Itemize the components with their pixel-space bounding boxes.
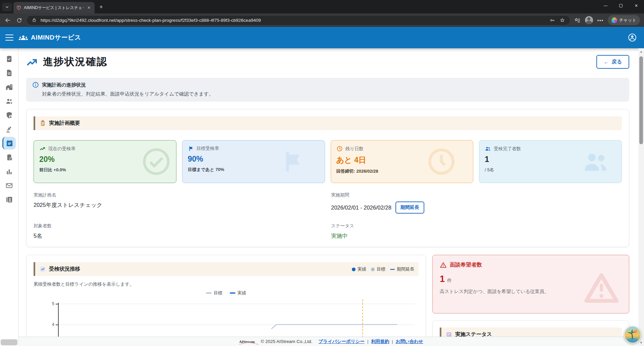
main-content: 進捗状況確認 ← 戻る 実施計画の進捗状況: [18, 48, 644, 346]
flag-icon: [188, 146, 194, 152]
info-alert: 実施計画の進捗状況 対象者の受検状況、判定結果、面談申込状況をリアルタイムで確認…: [26, 78, 629, 102]
sidebar-item-event-note-active[interactable]: [2, 137, 16, 150]
palm-island-sticker[interactable]: [624, 326, 641, 343]
browser-window: AIMINDサービス | ストレスチェック×デジ ✕ + ✕ https://d…: [0, 0, 644, 346]
copilot-chat-button[interactable]: チャット: [608, 15, 640, 25]
sidebar-item-clipboard-clock[interactable]: [2, 151, 16, 164]
extend-period-button[interactable]: 期間延長: [395, 201, 424, 214]
field-target-count: 対象者数 5名: [34, 223, 331, 240]
back-button[interactable]: [3, 16, 12, 24]
info-description: 対象者の受検状況、判定結果、面談申込状況をリアルタイムで確認できます。: [42, 91, 623, 97]
clock-icon: [336, 146, 343, 152]
status-value: 実施中: [331, 232, 622, 240]
address-bar[interactable]: https://d2dgq79kri2492.cloudfront.net/ap…: [26, 15, 571, 25]
chart-icon: [40, 266, 46, 272]
people-icon: [485, 146, 491, 152]
clipboard-icon: [40, 120, 46, 126]
section-title: 実施計画概要: [49, 120, 80, 127]
stat-current-rate: 現在の受検率 20% 前日比 +0.0%: [34, 140, 176, 183]
sidebar-scroll-thumb[interactable]: [1, 339, 17, 345]
aistream-logo: AIStream: [239, 340, 255, 344]
chart-subtitle: 累積受検者数と目標ラインの推移を表示します。: [34, 281, 419, 287]
back-arrow-icon: ←: [604, 59, 609, 65]
page-scrollbar[interactable]: ▲ ▼: [638, 48, 644, 346]
field-status: ステータス 実施中: [331, 223, 622, 240]
browser-titlebar: AIMINDサービス | ストレスチェック×デジ ✕ + ✕: [0, 0, 644, 13]
window-minimize-button[interactable]: [598, 0, 613, 11]
plan-overview-header: 実施計画概要: [34, 116, 622, 130]
scroll-up-icon[interactable]: ▲: [639, 50, 643, 53]
page-footer: AIStream © 2025 AIStream Co.,Ltd. プライバシー…: [18, 337, 644, 346]
tab-close-icon[interactable]: ✕: [86, 5, 92, 11]
new-tab-button[interactable]: +: [99, 4, 103, 10]
stat-days-left: 残り日数 あと 4日 回答締切: 2026/02/28: [331, 140, 474, 183]
info-title: 実施計画の進捗状況: [42, 82, 86, 88]
scroll-down-icon[interactable]: ▼: [639, 341, 643, 344]
exam-progress-chart-card: 受検状況推移 実績 目標 期間延長 累積受検者数と目標ラインの推移を表示します。: [26, 255, 426, 346]
window-close-button[interactable]: ✕: [629, 0, 644, 11]
sidebar-item-people[interactable]: [2, 95, 16, 107]
sidebar-item-shield-account[interactable]: [2, 109, 16, 121]
copilot-icon: [611, 17, 617, 23]
favorites-hub-icon[interactable]: [573, 16, 582, 24]
terms-link[interactable]: 利用規約: [371, 339, 389, 345]
sidebar-item-mail[interactable]: [2, 179, 16, 192]
browser-toolbar: https://d2dgq79kri2492.cloudfront.net/ap…: [0, 13, 644, 27]
legend-dot-target: [371, 268, 375, 271]
warning-icon: [440, 262, 447, 269]
sidebar-item-document[interactable]: [2, 66, 16, 79]
account-icon[interactable]: [628, 33, 637, 42]
interview-count: 1: [440, 274, 445, 284]
field-plan-name: 実施計画名 2025年度ストレスチェック: [34, 192, 331, 214]
warning-watermark-icon: [583, 271, 620, 305]
alert-title: 面談希望者数: [450, 262, 482, 269]
interview-request-card: 面談希望者数 1 件 高ストレス判定かつ、面談を希望している従業員。: [432, 255, 629, 313]
back-button-app[interactable]: ← 戻る: [596, 55, 629, 69]
trending-up-icon: [39, 146, 46, 152]
scrollbar-thumb[interactable]: [639, 56, 643, 144]
browser-tab[interactable]: AIMINDサービス | ストレスチェック×デジ ✕: [13, 2, 95, 13]
privacy-policy-link[interactable]: プライバシーポリシー: [318, 339, 365, 345]
bookmark-star-icon[interactable]: [559, 16, 566, 24]
legend-dash-extension: [390, 269, 395, 270]
field-period: 実施期間 2026/02/01 - 2026/02/28 期間延長: [331, 192, 622, 214]
app-logo[interactable]: AIMINDサービス: [19, 33, 81, 42]
sidebar-item-contact-badge[interactable]: [2, 193, 16, 206]
tab-favicon: [16, 5, 21, 10]
url-text: https://d2dgq79kri2492.cloudfront.net/ap…: [41, 18, 546, 23]
clock-watermark-icon: [427, 147, 456, 176]
chart-section-header: 受検状況推移 実績 目標 期間延長: [34, 262, 419, 276]
sidebar-nav: [0, 48, 18, 346]
trending-up-icon: [26, 56, 38, 68]
window-restore-button[interactable]: [613, 0, 629, 11]
app-header: AIMINDサービス: [0, 27, 644, 48]
stat-completed-count: 受検完了者数 1 / 5名: [479, 140, 622, 183]
section-title: 受検状況推移: [49, 266, 80, 273]
people-watermark-icon: [581, 148, 609, 176]
lock-icon: [31, 16, 38, 24]
legend-dot-actual: [352, 268, 356, 271]
plan-overview-card: 実施計画概要 現在の受検率 20% 前日比 +0.0%: [26, 109, 629, 247]
tab-search-chevron-icon[interactable]: [2, 3, 12, 11]
sidebar-item-home-work[interactable]: [2, 80, 16, 93]
sidebar-item-clipboard-check[interactable]: [2, 52, 16, 65]
tab-title: AIMINDサービス | ストレスチェック×デジ: [24, 5, 84, 11]
stat-target-rate: 目標受検率 90% 目標まであと 70%: [182, 140, 325, 183]
sidebar-item-gavel[interactable]: [2, 123, 16, 135]
browser-menu-icon[interactable]: •••: [596, 16, 605, 24]
hamburger-menu-icon[interactable]: [5, 35, 13, 41]
refresh-button[interactable]: [15, 16, 23, 24]
page-title: 進捗状況確認: [43, 55, 107, 69]
browser-profile-avatar[interactable]: [585, 16, 593, 24]
sidebar-item-bar-chart[interactable]: [2, 165, 16, 178]
chart-header-legend: 実績 目標 期間延長: [352, 266, 414, 273]
password-key-icon[interactable]: [549, 16, 556, 24]
flag-watermark-icon: [281, 150, 305, 173]
contact-link[interactable]: お問い合わせ: [396, 339, 423, 345]
check-circle-watermark-icon: [142, 147, 171, 176]
copyright-text: © 2025 AIStream Co.,Ltd.: [261, 339, 312, 344]
app-title: AIMINDサービス: [31, 33, 81, 42]
info-icon: [32, 81, 39, 88]
groups-icon: [19, 33, 28, 42]
